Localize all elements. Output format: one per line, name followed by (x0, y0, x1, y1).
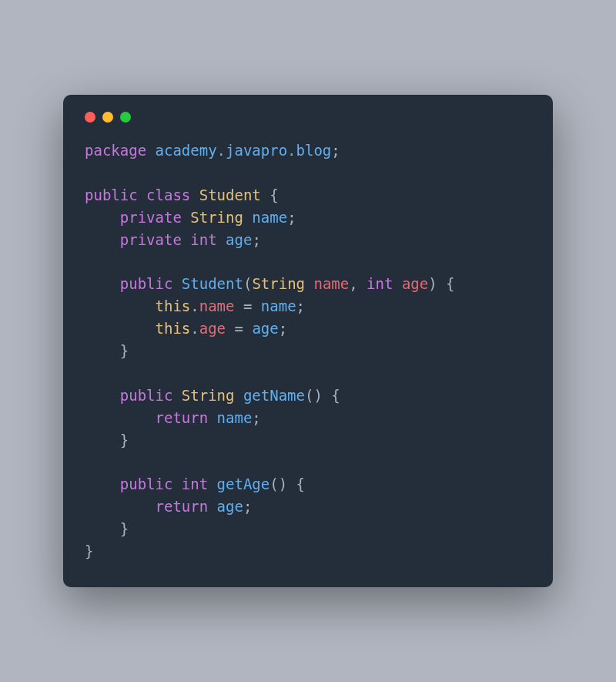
code-line: public String getName() { (85, 387, 340, 404)
minimize-icon[interactable] (102, 112, 113, 123)
value-name: name (261, 297, 296, 314)
keyword-public: public (120, 275, 173, 292)
brace: { (287, 475, 305, 492)
code-line: public class Student { (85, 186, 279, 203)
keyword-class: class (138, 186, 191, 203)
code-line: this.name = name; (85, 297, 305, 314)
paren-close: ) (428, 275, 437, 292)
equals: = (226, 320, 252, 337)
keyword-private: private (120, 231, 182, 248)
param-name: name (305, 275, 349, 292)
param-type: String (252, 275, 305, 292)
semicolon: ; (252, 409, 260, 426)
code-line: return name; (85, 409, 261, 426)
type-int: int (182, 231, 217, 248)
code-line: private int age; (85, 231, 261, 248)
semicolon: ; (279, 320, 287, 337)
semicolon: ; (296, 297, 305, 314)
semicolon: ; (252, 231, 260, 248)
class-name: Student (190, 186, 261, 203)
paren-open: ( (243, 275, 252, 292)
parens: () (305, 387, 323, 404)
indent (85, 475, 120, 492)
indent (85, 231, 120, 248)
maximize-icon[interactable] (120, 112, 131, 123)
keyword-public: public (120, 387, 173, 404)
code-line: } (85, 432, 129, 449)
comma: , (349, 275, 357, 292)
equals: = (235, 297, 261, 314)
parens: () (270, 475, 287, 492)
keyword-package: package (85, 142, 146, 159)
brace-close: } (120, 342, 129, 359)
keyword-private: private (120, 209, 182, 226)
keyword-public: public (120, 475, 173, 492)
brace-close: } (120, 432, 129, 449)
keyword-return: return (156, 409, 209, 426)
type-string: String (182, 209, 243, 226)
brace-close: } (120, 520, 129, 537)
code-line: } (85, 520, 129, 537)
semicolon: ; (243, 498, 252, 515)
semicolon: ; (331, 142, 340, 159)
indent (85, 297, 156, 314)
keyword-this: this (156, 297, 191, 314)
value-age: age (252, 320, 278, 337)
brace: { (437, 275, 455, 292)
return-value: age (208, 498, 243, 515)
method-getage: getAge (208, 475, 270, 492)
window-titlebar (85, 112, 531, 123)
indent (85, 520, 120, 537)
code-window: package academy.javapro.blog; public cla… (63, 95, 553, 587)
indent (85, 209, 120, 226)
indent (85, 432, 120, 449)
indent (85, 275, 120, 292)
code-line: } (85, 342, 129, 359)
return-value: name (208, 409, 252, 426)
return-type-int: int (172, 475, 208, 492)
code-block: package academy.javapro.blog; public cla… (85, 139, 531, 563)
code-line: return age; (85, 498, 252, 515)
code-line: public Student(String name, int age) { (85, 275, 455, 292)
brace: { (261, 186, 279, 203)
indent (85, 409, 156, 426)
property-age: age (199, 320, 226, 337)
code-line: private String name; (85, 209, 296, 226)
field-age: age (217, 231, 253, 248)
close-icon[interactable] (85, 112, 95, 123)
code-line: public int getAge() { (85, 475, 305, 492)
indent (85, 387, 120, 404)
dot: . (190, 320, 199, 337)
param-type-int: int (358, 275, 393, 292)
field-name: name (243, 209, 287, 226)
keyword-this: this (156, 320, 191, 337)
indent (85, 342, 120, 359)
keyword-public: public (85, 186, 138, 203)
return-type: String (172, 387, 234, 404)
semicolon: ; (287, 209, 296, 226)
code-line: this.age = age; (85, 320, 287, 337)
brace: { (323, 387, 340, 404)
indent (85, 320, 156, 337)
constructor-name: Student (172, 275, 243, 292)
method-getname: getName (234, 387, 305, 404)
indent (85, 498, 156, 515)
dot: . (190, 297, 199, 314)
param-age: age (393, 275, 428, 292)
code-line: package academy.javapro.blog; (85, 142, 340, 159)
code-line: } (85, 543, 93, 559)
package-name: academy.javapro.blog (146, 142, 331, 159)
property-name: name (199, 297, 235, 314)
keyword-return: return (156, 498, 209, 515)
brace-close: } (85, 543, 93, 559)
